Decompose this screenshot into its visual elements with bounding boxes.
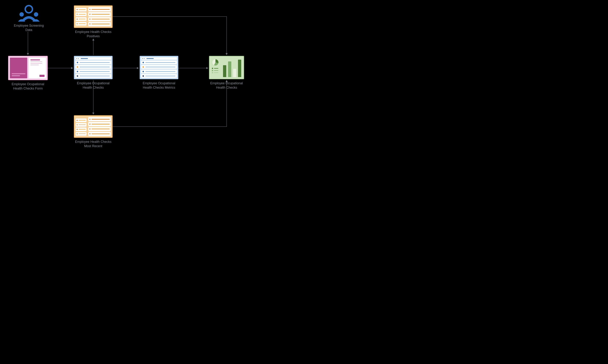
node-screening-label: Employee Screening Data [11,23,47,32]
node-metrics-label: Employee Ocupational Health Checks Metri… [140,81,178,90]
edge-positives-dashboard [113,17,227,55]
svg-point-0 [25,6,32,13]
svg-point-1 [19,12,24,17]
diagram-canvas: Employee Screening Data Employee Ocupati… [0,0,267,160]
node-metrics: Employee Ocupational Health Checks Metri… [140,56,178,90]
node-recent: Employee Health Checks Most Recent [74,115,113,148]
pie-icon [212,59,219,66]
bar-chart-icon [223,59,241,77]
node-checks-label: Employee Ocupational Health Checks [74,81,112,90]
form-tile-icon [8,56,48,80]
node-positives-label: Employee Health Checks Positives [74,30,112,39]
node-dashboard: Employee Ocupational Health Checks [209,56,244,90]
people-icon [15,4,42,22]
node-form-label: Employee Ocupational Health Checks Form [9,82,47,91]
dashboard-tile-icon [209,56,244,79]
list-tile-icon [74,56,113,79]
node-dashboard-label: Employee Ocupational Health Checks [209,81,244,90]
node-recent-label: Employee Health Checks Most Recent [74,140,112,148]
orange-tile-icon [74,5,113,28]
svg-point-2 [34,12,38,17]
node-positives: Employee Health Checks Positives [74,5,113,39]
node-screening: Employee Screening Data [11,4,47,32]
list-tile-icon [140,56,178,79]
node-form: Employee Ocupational Health Checks Form [8,56,48,91]
orange-tile-icon [74,115,113,138]
node-checks: Employee Ocupational Health Checks [74,56,113,90]
